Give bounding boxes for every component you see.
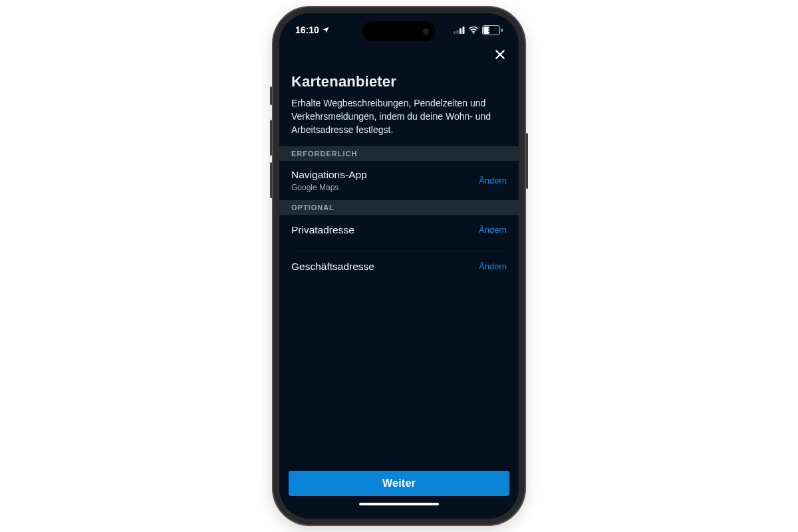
volume-up-button xyxy=(270,120,272,156)
row-nav-app[interactable]: Navigations-App Google Maps Ändern xyxy=(291,161,507,200)
svg-rect-2 xyxy=(460,28,462,34)
battery-percent: 36 xyxy=(487,27,494,33)
status-bar-left: 16:10 xyxy=(295,25,330,35)
content: Kartenanbieter Erhalte Wegbeschreibungen… xyxy=(279,65,519,287)
mute-switch xyxy=(270,86,272,105)
work-address-change-link[interactable]: Ändern xyxy=(479,261,507,271)
section-header-optional: OPTIONAL xyxy=(279,200,519,215)
home-address-label: Privatadresse xyxy=(291,224,354,236)
svg-point-4 xyxy=(473,33,474,34)
nav-app-change-link[interactable]: Ändern xyxy=(479,176,507,186)
svg-rect-1 xyxy=(457,30,459,34)
row-work-address[interactable]: Geschäftsadresse Ändern xyxy=(291,251,507,287)
phone-frame: 16:10 xyxy=(273,7,525,525)
front-camera xyxy=(423,29,429,35)
status-bar-right: 36 xyxy=(454,25,503,35)
svg-rect-0 xyxy=(454,31,456,34)
close-icon[interactable] xyxy=(493,48,507,61)
section-optional: Privatadresse Ändern Geschäftsadresse Än… xyxy=(291,215,507,287)
battery-indicator: 36 xyxy=(482,25,503,35)
cellular-icon xyxy=(454,27,465,34)
location-icon xyxy=(322,26,330,34)
volume-down-button xyxy=(270,162,272,198)
nav-app-label: Navigations-App xyxy=(291,169,367,181)
wifi-icon xyxy=(468,26,479,34)
continue-button[interactable]: Weiter xyxy=(289,471,509,496)
dynamic-island xyxy=(362,21,436,41)
screen: 16:10 xyxy=(279,13,519,519)
svg-rect-3 xyxy=(463,27,465,34)
stage: 16:10 xyxy=(0,0,798,532)
status-time: 16:10 xyxy=(295,25,319,35)
page-title: Kartenanbieter xyxy=(291,73,507,90)
page-subtitle: Erhalte Wegbeschreibungen, Pendelzeiten … xyxy=(291,97,507,137)
home-address-change-link[interactable]: Ändern xyxy=(479,225,507,235)
nav-row xyxy=(279,47,519,65)
section-required: Navigations-App Google Maps Ändern xyxy=(291,161,507,200)
work-address-label: Geschäftsadresse xyxy=(291,261,374,273)
row-home-address[interactable]: Privatadresse Ändern xyxy=(291,215,507,251)
power-button xyxy=(526,133,528,189)
home-indicator[interactable] xyxy=(359,503,439,505)
section-header-required: ERFORDERLICH xyxy=(279,146,519,161)
nav-app-value: Google Maps xyxy=(291,183,367,192)
bottom-bar: Weiter xyxy=(279,471,519,519)
